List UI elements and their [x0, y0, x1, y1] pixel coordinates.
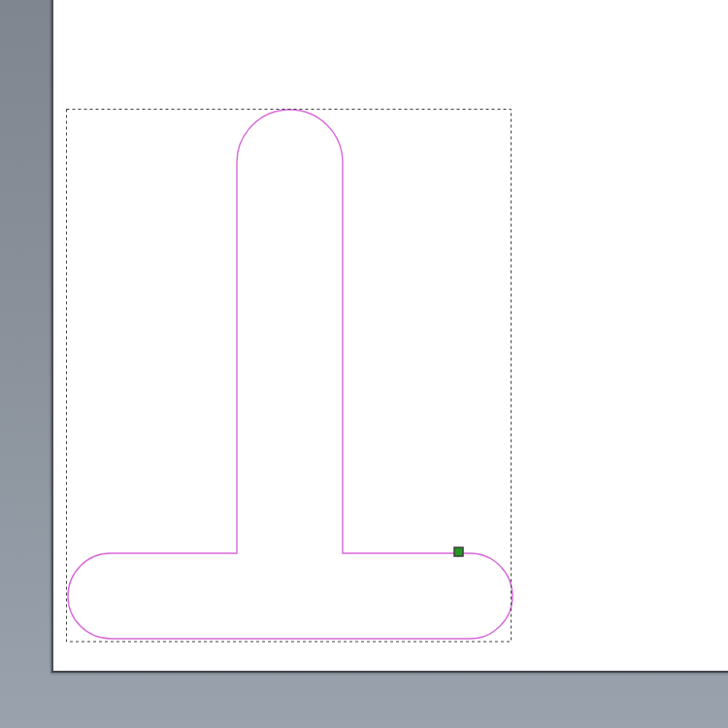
shape-path-outline[interactable] [68, 110, 513, 639]
app-viewport [0, 0, 728, 728]
drawing-layer[interactable] [0, 0, 728, 728]
selection-bounding-box [67, 110, 512, 643]
node-handle[interactable] [454, 547, 463, 556]
